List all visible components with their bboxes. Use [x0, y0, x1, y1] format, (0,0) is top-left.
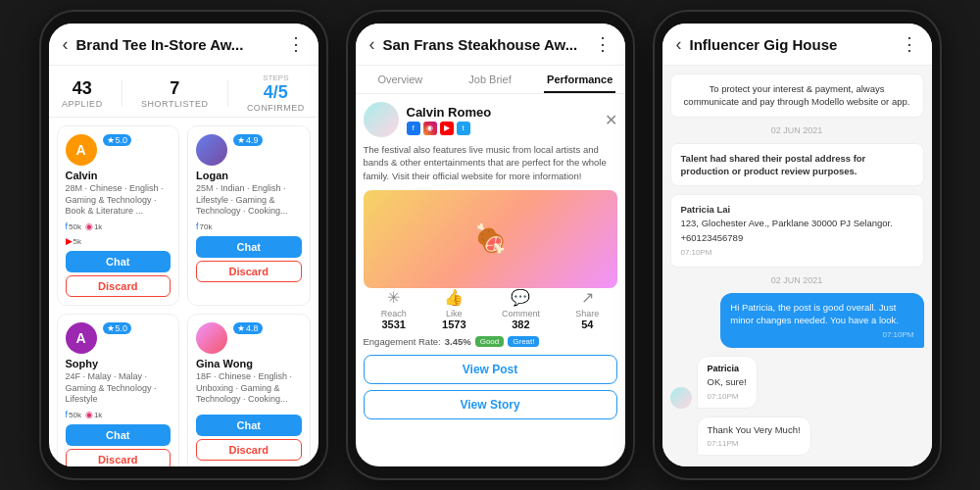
calvin-fb: f 50k: [66, 221, 81, 231]
sophy-discard-button[interactable]: Discard: [66, 449, 172, 466]
stat-applied: 43 APPLIED: [62, 78, 103, 109]
calvin-chat-button[interactable]: Chat: [66, 251, 172, 272]
metric-share: ↗ Share 54: [575, 288, 599, 330]
phone-1: ‹ Brand Tee In-Store Aw... ⋮ 43 APPLIED …: [39, 10, 328, 480]
phones-container: ‹ Brand Tee In-Store Aw... ⋮ 43 APPLIED …: [29, 0, 952, 490]
fb-social-icon: f: [407, 122, 420, 135]
phone3-more-button[interactable]: ⋮: [901, 33, 918, 55]
gina-desc: 18F · Chinese · English · Unboxing · Gam…: [196, 371, 302, 406]
calvin-avatar: A: [66, 134, 97, 166]
calvin-social: f 50k ◉ 1k: [66, 221, 172, 231]
date-separator-2: 02 JUN 2021: [670, 275, 924, 285]
steps-label: STEPS: [263, 74, 288, 82]
logan-avatar: [196, 134, 227, 166]
address-text: 123, Glochester Ave., Parklane 30000 PJ …: [681, 217, 913, 230]
confirmed-label: CONFIRMED: [247, 103, 305, 113]
close-button[interactable]: ✕: [605, 111, 617, 129]
phone-1-screen: ‹ Brand Tee In-Store Aw... ⋮ 43 APPLIED …: [49, 24, 318, 466]
calvin-discard-button[interactable]: Discard: [66, 275, 172, 297]
reach-value: 3531: [381, 318, 405, 330]
shortlisted-number: 7: [170, 78, 179, 99]
reach-icon: ✳: [387, 288, 400, 307]
phone-3: ‹ Influencer Gig House ⋮ To protect your…: [653, 10, 942, 480]
calvin-youtube: ▶ 5k: [66, 236, 81, 246]
tw-social-icon: t: [457, 122, 470, 135]
candidate-card-logan: ★4.9 Logan 25M · Indian · English · Life…: [187, 125, 311, 306]
page-title: Brand Tee In-Store Aw...: [76, 36, 287, 53]
sophy-name: Sophy: [66, 358, 172, 369]
shortlisted-label: SHORTLISTED: [141, 99, 208, 109]
calvin-ig: ◉ 1k: [85, 221, 102, 231]
back-button[interactable]: ‹: [63, 34, 69, 55]
stat-divider-1: [122, 79, 122, 107]
phone-3-header: ‹ Influencer Gig House ⋮: [662, 24, 932, 66]
gina-chat-button[interactable]: Chat: [196, 415, 302, 436]
performer-avatar: [364, 102, 399, 137]
phone2-back-button[interactable]: ‹: [369, 34, 375, 55]
received-message-2: Thank You Very Much! 07:11PM: [670, 416, 924, 456]
gina-header: ★4.8: [196, 322, 302, 354]
received-message-1: Patricia OK, sure! 07:10PM: [670, 356, 924, 409]
sophy-chat-button[interactable]: Chat: [66, 424, 172, 446]
logan-discard-button[interactable]: Discard: [196, 261, 302, 282]
logan-fb: f 70k: [196, 221, 212, 231]
stat-shortlisted: 7 SHORTLISTED: [141, 78, 208, 109]
view-story-button[interactable]: View Story: [364, 390, 617, 419]
candidate-card-sophy: A ★5.0 Sophy 24F · Malay · Malay · Gamin…: [57, 314, 180, 466]
calvin-name: Calvin: [66, 170, 172, 181]
phone3-back-button[interactable]: ‹: [676, 34, 682, 55]
share-label: Share: [575, 309, 599, 318]
sophy-desc: 24F · Malay · Malay · Gaming & Technolog…: [66, 371, 172, 406]
patricia-bubble-1: Patricia OK, sure! 07:10PM: [697, 356, 758, 409]
logan-rating: ★4.9: [233, 134, 263, 146]
performer-header: Calvin Romeo f ◉ ▶ t ✕: [364, 102, 617, 137]
calvin-rating: ★5.0: [103, 134, 132, 146]
applied-label: APPLIED: [62, 99, 103, 109]
tab-job-brief[interactable]: Job Brief: [445, 66, 535, 93]
gina-discard-button[interactable]: Discard: [196, 439, 302, 461]
post-image: 🍖: [364, 190, 617, 288]
tab-performance[interactable]: Performance: [535, 66, 625, 93]
ig-social-icon: ◉: [423, 122, 437, 135]
comment-label: Comment: [502, 309, 540, 318]
calvin-yt: ▶ 5k: [66, 236, 172, 246]
performer-name: Calvin Romeo: [407, 105, 492, 120]
logan-social: f 70k: [196, 221, 302, 231]
phone-2: ‹ San Frans Steakhouse Aw... ⋮ Overview …: [346, 10, 635, 480]
confirmed-number: 4/5: [264, 82, 288, 103]
performer-social-icons: f ◉ ▶ t: [407, 122, 492, 135]
logan-chat-button[interactable]: Chat: [196, 236, 302, 258]
logan-desc: 25M · Indian · English · Lifestyle · Gam…: [196, 183, 302, 218]
reach-label: Reach: [381, 309, 407, 318]
share-value: 54: [581, 318, 593, 330]
gina-rating: ★4.8: [233, 322, 263, 334]
system-message-protect: To protect your interest & payment, alwa…: [670, 74, 924, 118]
comment-icon: 💬: [511, 288, 530, 307]
stat-divider-2: [227, 79, 228, 107]
patricia-avatar: [670, 387, 692, 409]
performer-info: Calvin Romeo f ◉ ▶ t: [407, 105, 492, 135]
tab-overview[interactable]: Overview: [356, 66, 446, 93]
gina-avatar: [196, 322, 227, 354]
patricia-sender-name: Patricia: [708, 363, 747, 375]
chat-content: To protect your interest & payment, alwa…: [662, 66, 932, 466]
sophy-avatar: A: [66, 322, 97, 354]
sophy-social: f 50k ◉ 1k: [66, 410, 172, 419]
patricia-time-1: 07:10PM: [708, 391, 747, 402]
view-post-button[interactable]: View Post: [364, 355, 617, 384]
address-phone: +60123456789: [681, 231, 913, 245]
sophy-ig: ◉ 1k: [85, 410, 102, 419]
calvin-desc: 28M · Chinese · English · Gaming & Techn…: [66, 183, 172, 218]
phone2-page-title: San Frans Steakhouse Aw...: [383, 36, 594, 53]
more-button[interactable]: ⋮: [287, 33, 305, 55]
candidate-card-calvin: A ★5.0 Calvin 28M · Chinese · English · …: [57, 125, 180, 306]
candidate-card-gina: ★4.8 Gina Wong 18F · Chinese · English ·…: [187, 314, 311, 466]
applied-number: 43: [73, 78, 92, 99]
phone3-page-title: Influencer Gig House: [690, 36, 901, 53]
logan-name: Logan: [196, 170, 302, 181]
address-time: 07:10PM: [681, 247, 913, 259]
performance-content: Calvin Romeo f ◉ ▶ t ✕ The festival also…: [356, 94, 625, 466]
engagement-rate: 3.45%: [445, 336, 471, 347]
phone2-more-button[interactable]: ⋮: [594, 33, 612, 55]
engagement-label: Engagement Rate:: [364, 336, 441, 347]
